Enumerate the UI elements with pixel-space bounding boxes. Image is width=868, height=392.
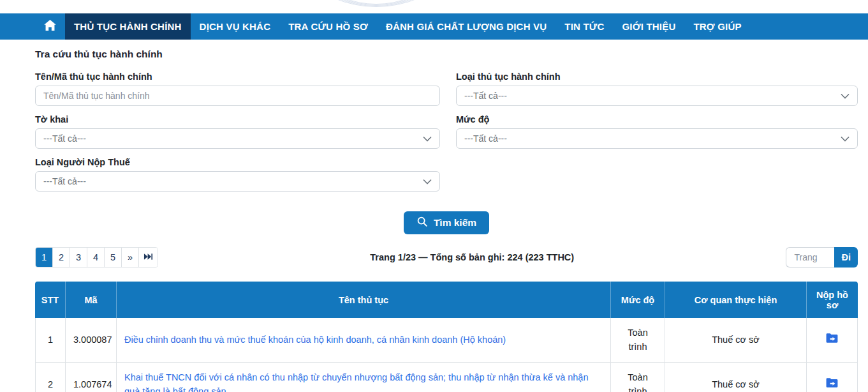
last-page-icon	[143, 252, 153, 262]
header-ma: Mã	[66, 282, 117, 318]
goto-page-input[interactable]	[786, 247, 834, 268]
submit-dossier-button[interactable]	[825, 377, 839, 390]
field-name-code: Tên/Mã thủ tục hành chính	[35, 72, 440, 106]
search-button-label: Tìm kiếm	[434, 217, 476, 229]
cell-stt: 2	[35, 363, 66, 392]
search-button-row: Tìm kiếm	[35, 211, 858, 234]
cell-name: Khai thuế TNCN đối với cá nhân có thu nh…	[117, 363, 611, 392]
nav-item-tro-giup[interactable]: TRỢ GIÚP	[684, 13, 750, 40]
last-page-button[interactable]	[139, 248, 158, 267]
cell-name: Điều chỉnh doanh thu và mức thuế khoán c…	[117, 318, 611, 363]
page-button-2[interactable]: 2	[53, 248, 70, 267]
field-label: Loại thủ tục hành chính	[456, 72, 858, 82]
pagination-group: 1 2 3 4 5 »	[35, 247, 158, 268]
page-title: Tra cứu thủ tục hành chính	[35, 49, 858, 60]
nav-item-tin-tuc[interactable]: TIN TỨC	[555, 13, 613, 40]
page-button-4[interactable]: 4	[87, 248, 105, 267]
level-select[interactable]: ---Tất cả---	[456, 128, 858, 149]
procedures-table: STT Mã Tên thủ tục Mức độ Cơ quan thực h…	[35, 282, 858, 392]
procedure-link[interactable]: Khai thuế TNCN đối với cá nhân có thu nh…	[124, 372, 588, 392]
empty-grid-cell	[456, 157, 858, 200]
field-level: Mức độ ---Tất cả---	[456, 114, 858, 149]
cell-agency: Thuế cơ sở	[665, 363, 807, 392]
field-procedure-type: Loại thủ tục hành chính ---Tất cả---	[456, 72, 858, 106]
chevron-down-icon	[841, 133, 850, 144]
next-pages-button[interactable]: »	[122, 248, 139, 267]
nav-item-dich-vu-khac[interactable]: DỊCH VỤ KHÁC	[191, 13, 280, 40]
taxpayer-type-select[interactable]: ---Tất cả---	[35, 171, 440, 192]
page-button-3[interactable]: 3	[70, 248, 87, 267]
cell-submit	[807, 363, 858, 392]
cell-level: Toàn trình	[611, 318, 665, 363]
home-button[interactable]	[35, 13, 65, 40]
nav-item-tra-cuu-ho-so[interactable]: TRA CỨU HỒ SƠ	[279, 13, 377, 40]
declaration-select[interactable]: ---Tất cả---	[35, 128, 440, 149]
table-row: 2 1.007674 Khai thuế TNCN đối với cá nhâ…	[35, 363, 858, 392]
pagination-row: 1 2 3 4 5 » Trang 1/23 — Tổng số bản ghi…	[35, 247, 858, 268]
main-content: Tra cứu thủ tục hành chính Tên/Mã thủ tụ…	[0, 40, 868, 392]
select-value: ---Tất cả---	[43, 133, 86, 144]
cell-level: Toàn trình	[611, 363, 665, 392]
home-icon	[44, 20, 56, 33]
submit-dossier-button[interactable]	[825, 333, 839, 345]
table-row: 1 3.000087 Điều chỉnh doanh thu và mức t…	[35, 318, 858, 363]
main-navbar: THỦ TỤC HÀNH CHÍNH DỊCH VỤ KHÁC TRA CỨU …	[0, 13, 868, 40]
cell-stt: 1	[35, 318, 66, 363]
nav-item-thu-tuc-hanh-chinh[interactable]: THỦ TỤC HÀNH CHÍNH	[65, 13, 191, 40]
field-label: Loại Người Nộp Thuế	[35, 157, 440, 167]
select-value: ---Tất cả---	[43, 176, 86, 186]
top-decorative-strip	[0, 0, 868, 13]
header-co-quan: Cơ quan thực hiện	[665, 282, 807, 318]
page-button-5[interactable]: 5	[105, 248, 122, 267]
folder-submit-icon	[825, 377, 839, 390]
pagination-summary: Trang 1/23 — Tổng số bản ghi: 224 (223 T…	[370, 252, 574, 262]
page-button-1[interactable]: 1	[36, 248, 53, 267]
procedure-name-input[interactable]	[35, 86, 440, 106]
nav-item-gioi-thieu[interactable]: GIỚI THIỆU	[613, 13, 684, 40]
field-label: Tờ khai	[35, 114, 440, 124]
table-header-row: STT Mã Tên thủ tục Mức độ Cơ quan thực h…	[35, 282, 858, 318]
chevron-down-icon	[423, 176, 432, 186]
nav-item-danh-gia-chat-luong[interactable]: ĐÁNH GIÁ CHẤT LƯỢNG DỊCH VỤ	[377, 13, 555, 40]
select-value: ---Tất cả---	[464, 133, 507, 144]
header-ten-thu-tuc: Tên thủ tục	[117, 282, 611, 318]
cell-agency: Thuế cơ sở	[665, 318, 807, 363]
select-value: ---Tất cả---	[464, 91, 507, 101]
cell-code: 1.007674	[66, 363, 117, 392]
procedure-type-select[interactable]: ---Tất cả---	[456, 86, 858, 106]
cell-code: 3.000087	[66, 318, 117, 363]
search-button[interactable]: Tìm kiếm	[404, 211, 489, 234]
procedure-link[interactable]: Điều chỉnh doanh thu và mức thuế khoán c…	[124, 335, 506, 345]
chevron-down-icon	[423, 133, 432, 144]
field-label: Mức độ	[456, 114, 858, 124]
goto-page-group: Đi	[786, 247, 858, 268]
cell-submit	[807, 318, 858, 363]
field-declaration: Tờ khai ---Tất cả---	[35, 114, 440, 149]
header-nop-ho-so: Nộp hồ sơ	[807, 282, 858, 318]
chevron-down-icon	[841, 91, 850, 101]
folder-submit-icon	[825, 333, 839, 345]
field-label: Tên/Mã thủ tục hành chính	[35, 72, 440, 82]
goto-page-button[interactable]: Đi	[834, 247, 858, 268]
decorative-arc	[267, 0, 486, 7]
header-stt: STT	[35, 282, 66, 318]
search-form: Tên/Mã thủ tục hành chính Loại thủ tục h…	[35, 72, 858, 200]
field-taxpayer-type: Loại Người Nộp Thuế ---Tất cả---	[35, 157, 440, 192]
header-muc-do: Mức độ	[611, 282, 665, 318]
search-icon	[416, 216, 428, 230]
